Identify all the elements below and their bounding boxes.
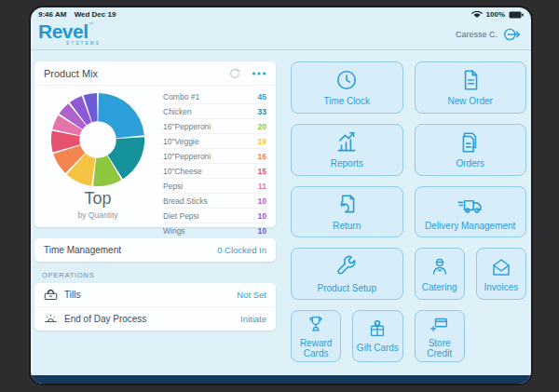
list-item: Pepsi11: [163, 179, 266, 194]
invoices-button[interactable]: Invoices: [476, 248, 526, 300]
battery-percent: 100%: [486, 10, 505, 19]
product-mix-title: Product Mix: [44, 68, 98, 79]
orders-button[interactable]: Orders: [415, 124, 527, 176]
status-date: Wed Dec 19: [75, 10, 116, 19]
donut-subtitle: by Quantity: [38, 210, 157, 220]
reports-button[interactable]: Reports: [291, 124, 403, 176]
list-item: Combo #145: [163, 89, 266, 104]
app-header: Revel™ SYSTEMS Caresse C.: [31, 19, 531, 50]
refresh-icon[interactable]: [229, 68, 240, 79]
donut-title: Top: [38, 189, 157, 209]
list-item: Diet Pepsi10: [163, 209, 266, 223]
initiate-link[interactable]: Initiate: [240, 314, 266, 324]
catering-button[interactable]: Catering: [415, 248, 465, 300]
operations-card: Tills Not Set End of Day Process Initiat…: [34, 283, 276, 331]
bar-chart-icon: [334, 130, 359, 155]
donut-segment: [98, 93, 144, 138]
reward-cards-button[interactable]: Reward Cards: [291, 310, 341, 362]
gift-icon: [367, 318, 388, 339]
logo-systems-label: SYSTEMS: [66, 42, 101, 47]
gift-cards-button[interactable]: Gift Cards: [352, 310, 402, 362]
operations-section-label: OPERATIONS: [42, 271, 276, 279]
open-envelope-icon: [490, 256, 512, 278]
waiter-icon: [429, 256, 451, 278]
store-credit-button[interactable]: Store Credit: [415, 310, 465, 362]
trophy-icon: [306, 314, 326, 334]
list-item: 10"Veggie19: [163, 134, 266, 149]
tills-status-link[interactable]: Not Set: [237, 290, 266, 300]
product-mix-list: Combo #145 Chicken33 16"Pepperoni20 10"V…: [163, 89, 266, 237]
document-icon: [458, 68, 483, 92]
tills-row: Tills Not Set: [34, 283, 276, 306]
wifi-icon: [471, 10, 483, 19]
delivery-management-button[interactable]: Delivery Management: [415, 186, 527, 238]
sunset-icon: [44, 313, 58, 325]
list-item: Wings10: [163, 223, 266, 237]
wrench-icon: [334, 255, 359, 279]
end-of-day-row: End of Day Process Initiate: [34, 306, 276, 331]
action-grid: Time Clock New Order: [291, 61, 526, 362]
list-item: 16"Pepperoni20: [163, 119, 266, 134]
product-mix-donut: [48, 90, 147, 189]
credit-card-plus-icon: [429, 314, 450, 334]
product-setup-button[interactable]: Product Setup: [291, 248, 403, 300]
list-item: 10"Pepperoni16: [163, 149, 266, 164]
tills-label: Tills: [64, 290, 237, 300]
status-bar: 9:46 AM Wed Dec 19 100%: [31, 7, 531, 19]
logo-wordmark: Revel: [38, 20, 89, 42]
clocked-in-link[interactable]: 0 Clocked In: [217, 245, 266, 255]
revel-logo: Revel™ SYSTEMS: [38, 21, 101, 47]
return-button[interactable]: Return: [291, 186, 403, 238]
list-item: Bread Sticks10: [163, 194, 266, 209]
more-icon[interactable]: [252, 71, 266, 76]
logo-trademark: ™: [89, 21, 94, 27]
current-user: Caresse C.: [456, 30, 498, 39]
clock-icon: [334, 68, 359, 92]
home-indicator-strip: [31, 375, 531, 384]
documents-stack-icon: [458, 130, 483, 155]
delivery-truck-icon: [457, 193, 484, 217]
list-item: 10"Cheese15: [163, 164, 266, 179]
status-time: 9:46 AM: [38, 10, 66, 19]
end-of-day-label: End of Day Process: [64, 314, 240, 324]
new-order-button[interactable]: New Order: [415, 61, 527, 114]
list-item: Chicken33: [163, 104, 266, 119]
battery-icon: [509, 11, 524, 19]
cash-drawer-icon: [44, 289, 58, 301]
tablet-screen: 9:46 AM Wed Dec 19 100% Revel™ SYSTEMS C…: [31, 7, 531, 384]
product-mix-card: Product Mix Top: [34, 61, 276, 227]
time-management-label: Time Management: [44, 245, 121, 255]
time-clock-button[interactable]: Time Clock: [291, 61, 403, 114]
time-management-card: Time Management 0 Clocked In: [34, 238, 276, 262]
return-document-icon: [334, 193, 359, 217]
logout-icon[interactable]: [503, 27, 522, 42]
